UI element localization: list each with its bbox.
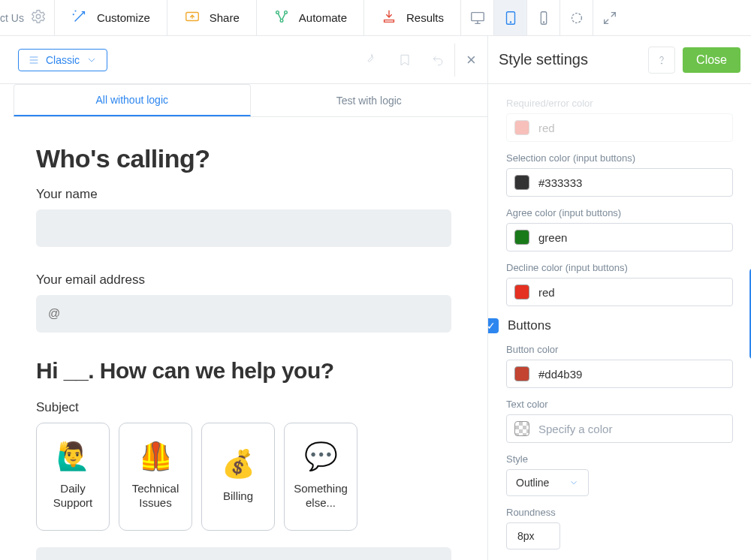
svg-point-4 <box>280 20 283 23</box>
tab-share-label: Share <box>210 11 240 24</box>
buttons-section-toggle[interactable]: ✓ Buttons <box>488 318 733 333</box>
chevron-down-icon <box>569 477 579 488</box>
label-text-color: Text color <box>506 399 733 410</box>
buttons-section-label: Buttons <box>508 318 551 333</box>
card-something-else[interactable]: 💬 Something else... <box>284 423 357 531</box>
device-phone-button[interactable] <box>527 0 560 35</box>
tab-customize[interactable]: Customize <box>55 0 167 35</box>
logic-tabs: All without logic Test with logic <box>14 84 487 117</box>
label-button-color: Button color <box>506 344 733 355</box>
heading-whos-calling: Who's calling? <box>36 144 451 173</box>
svg-point-2 <box>276 11 279 14</box>
svg-point-9 <box>543 21 544 22</box>
field-text-color[interactable]: Specify a color <box>506 414 733 443</box>
topbar-left-truncated: ct Us <box>0 0 55 35</box>
card-technical-issues[interactable]: 🦺 Technical Issues <box>119 423 192 531</box>
card-label: Technical Issues <box>119 482 192 510</box>
gear-icon[interactable] <box>30 8 47 27</box>
automate-icon <box>273 8 290 27</box>
emoji-icon: 🦺 <box>139 443 173 470</box>
label-selection-color: Selection color (input buttons) <box>506 152 733 164</box>
results-icon <box>381 8 397 27</box>
emoji-icon: 🙋‍♂️ <box>56 443 90 470</box>
value-selection-color: #333333 <box>538 176 582 189</box>
emoji-icon: 💰 <box>222 450 255 477</box>
device-tablet-button[interactable] <box>494 0 527 35</box>
select-style-value: Outline <box>516 477 549 489</box>
tab-share[interactable]: Share <box>167 0 257 35</box>
form-name-fragment: ct Us <box>0 12 24 24</box>
close-panel-button[interactable]: Close <box>683 47 740 73</box>
svg-point-7 <box>510 21 511 22</box>
label-roundness: Roundness <box>506 507 733 518</box>
share-icon <box>184 8 201 27</box>
tab-all-without-logic[interactable]: All without logic <box>14 84 251 116</box>
svg-rect-5 <box>471 12 484 20</box>
label-agree-color: Agree color (input buttons) <box>506 207 733 218</box>
input-subject-text[interactable] <box>36 547 451 560</box>
tab-automate-label: Automate <box>299 11 347 24</box>
svg-point-11 <box>661 62 662 63</box>
refresh-button[interactable] <box>560 0 593 35</box>
field-decline-color[interactable]: red <box>506 278 733 306</box>
field-agree-color[interactable]: green <box>506 223 733 251</box>
swatch-decline <box>514 285 529 300</box>
field-button-color[interactable]: #dd4b39 <box>506 360 733 388</box>
svg-point-10 <box>572 13 581 23</box>
expand-button[interactable] <box>593 0 626 35</box>
help-icon <box>655 53 668 67</box>
tool-brush-icon[interactable] <box>355 44 388 77</box>
chevron-down-icon <box>86 54 98 66</box>
input-email[interactable] <box>36 295 451 333</box>
value-decline-color: red <box>538 286 555 299</box>
wand-icon <box>71 8 88 27</box>
tab-customize-label: Customize <box>97 11 150 24</box>
help-button[interactable] <box>648 47 675 74</box>
tool-bookmark-icon[interactable] <box>388 44 421 77</box>
editor-subheader: Classic × <box>0 36 487 84</box>
value-agree-color: green <box>538 231 567 244</box>
tool-undo-icon[interactable] <box>421 44 454 77</box>
subject-card-grid: 🙋‍♂️ Daily Support 🦺 Technical Issues 💰 … <box>36 423 451 531</box>
tab-automate[interactable]: Automate <box>257 0 364 35</box>
swatch-agree <box>514 230 529 245</box>
heading-how-help: Hi __. How can we help you? <box>36 358 451 384</box>
svg-point-0 <box>36 14 41 19</box>
list-icon <box>28 54 40 66</box>
label-subject: Subject <box>36 400 451 415</box>
card-billing[interactable]: 💰 Billing <box>201 423 275 531</box>
svg-point-3 <box>284 11 287 14</box>
card-daily-support[interactable]: 🙋‍♂️ Daily Support <box>36 423 110 531</box>
panel-title: Style settings <box>499 51 588 68</box>
label-your-name: Your name <box>36 187 451 202</box>
tab-test-with-logic[interactable]: Test with logic <box>251 84 488 116</box>
input-roundness[interactable]: 8px <box>506 522 560 549</box>
input-your-name[interactable] <box>36 209 451 247</box>
view-mode-dropdown[interactable]: Classic <box>18 49 107 71</box>
value-button-color: #dd4b39 <box>538 368 582 381</box>
label-decline-color: Decline color (input buttons) <box>506 262 733 273</box>
card-label: Something else... <box>285 482 357 510</box>
label-email: Your email address <box>36 272 451 288</box>
style-settings-panel: Style settings Close Required/error colo… <box>488 36 751 560</box>
swatch-selection <box>514 175 529 190</box>
emoji-icon: 💬 <box>304 443 338 470</box>
tab-results-label: Results <box>406 11 444 24</box>
view-mode-label: Classic <box>46 54 80 66</box>
form-canvas: Who's calling? Your name Your email addr… <box>0 117 487 560</box>
placeholder-text-color: Specify a color <box>538 423 612 435</box>
top-toolbar: ct Us Customize Share Automate Results <box>0 0 751 36</box>
device-desktop-button[interactable] <box>461 0 494 35</box>
swatch-transparent <box>514 421 529 436</box>
required-error-color-row-faded: Required/error color red <box>506 98 733 142</box>
select-style[interactable]: Outline <box>506 469 589 496</box>
field-selection-color[interactable]: #333333 <box>506 168 733 197</box>
card-label: Daily Support <box>37 482 109 510</box>
swatch-required <box>514 120 529 135</box>
card-label: Billing <box>219 489 258 504</box>
label-style: Style <box>506 453 733 465</box>
tab-results[interactable]: Results <box>364 0 461 35</box>
close-editor-button[interactable]: × <box>454 44 487 77</box>
swatch-button-color <box>514 366 529 381</box>
checkbox-checked-icon: ✓ <box>488 318 499 333</box>
